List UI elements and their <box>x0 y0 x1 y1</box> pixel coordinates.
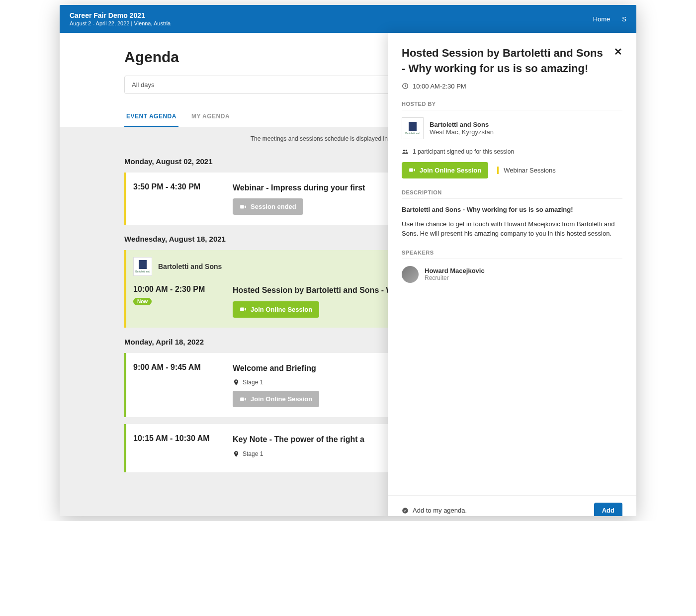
session-detail-panel: Hosted Session by Bartoletti and Sons - … <box>388 33 636 516</box>
clock-icon <box>402 83 409 89</box>
session-tag: Webinar Sessions <box>497 167 556 174</box>
panel-title: Hosted Session by Bartoletti and Sons - … <box>402 46 609 77</box>
session-time: 3:50 PM - 4:30 PM <box>133 182 233 191</box>
nav-more[interactable]: S <box>622 15 626 23</box>
nav-home[interactable]: Home <box>593 15 610 23</box>
video-icon <box>240 396 247 403</box>
session-location: Stage 1 <box>243 450 263 457</box>
tab-event-agenda[interactable]: EVENT AGENDA <box>124 109 178 127</box>
tab-my-agenda[interactable]: MY AGENDA <box>189 109 232 127</box>
check-circle-icon <box>402 507 409 514</box>
panel-time: 10:00 AM-2:30 PM <box>413 83 466 90</box>
video-icon <box>409 167 416 174</box>
svg-rect-1 <box>240 308 244 311</box>
svg-rect-0 <box>240 205 244 208</box>
close-icon[interactable]: ✕ <box>609 46 622 77</box>
description-label: DESCRIPTION <box>402 189 622 199</box>
add-agenda-text: Add to my agenda. <box>413 507 467 514</box>
host-name: Bartoletti and Sons <box>430 121 494 128</box>
speaker-card[interactable]: Howard Macejkovic Recruiter <box>402 266 622 283</box>
svg-point-4 <box>403 150 405 152</box>
svg-point-5 <box>406 150 408 152</box>
add-button[interactable]: Add <box>594 503 622 516</box>
host-card[interactable]: Bartoletti and Bartoletti and Sons West … <box>402 117 622 139</box>
speaker-role: Recruiter <box>425 274 485 281</box>
speaker-name: Howard Macejkovic <box>425 267 485 274</box>
location-pin-icon <box>233 450 240 457</box>
now-badge: Now <box>133 298 152 305</box>
svg-point-7 <box>402 508 408 514</box>
svg-rect-6 <box>409 169 413 172</box>
video-icon <box>240 306 247 313</box>
session-time: 10:15 AM - 10:30 AM <box>133 434 233 443</box>
app-frame: Career Fair Demo 2021 August 2 - April 2… <box>60 5 636 516</box>
description-title: Bartoletti and Sons - Why working for us… <box>402 206 622 213</box>
host-logo-icon: Bartoletti and <box>133 257 152 276</box>
header-bar: Career Fair Demo 2021 August 2 - April 2… <box>60 5 636 33</box>
location-pin-icon <box>233 379 240 386</box>
video-icon <box>240 203 247 210</box>
join-session-button-disabled: Join Online Session <box>233 391 319 407</box>
participants-text: 1 participant signed up for this session <box>413 148 514 155</box>
event-title: Career Fair Demo 2021 <box>70 11 593 19</box>
host-logo-icon: Bartoletti and <box>402 117 424 139</box>
session-location: Stage 1 <box>243 379 263 386</box>
users-icon <box>402 148 409 155</box>
event-meta: August 2 - April 22, 2022 | Vienna, Aust… <box>70 20 593 26</box>
avatar-icon <box>402 266 419 283</box>
host-location: West Mac, Kyrgyzstan <box>430 128 494 136</box>
session-host-name: Bartoletti and Sons <box>158 263 222 270</box>
session-ended-button: Session ended <box>233 198 303 215</box>
session-time: 9:00 AM - 9:45 AM <box>133 363 233 372</box>
join-session-button[interactable]: Join Online Session <box>233 301 319 318</box>
hosted-by-label: HOSTED BY <box>402 101 622 110</box>
speakers-label: SPEAKERS <box>402 250 622 259</box>
description-text: Use the chance to get in touch with Howa… <box>402 219 622 239</box>
svg-rect-2 <box>240 397 244 401</box>
filter-days-label: All days <box>132 81 155 88</box>
session-time: 10:00 AM - 2:30 PM <box>133 285 233 294</box>
panel-join-button[interactable]: Join Online Session <box>402 162 488 178</box>
